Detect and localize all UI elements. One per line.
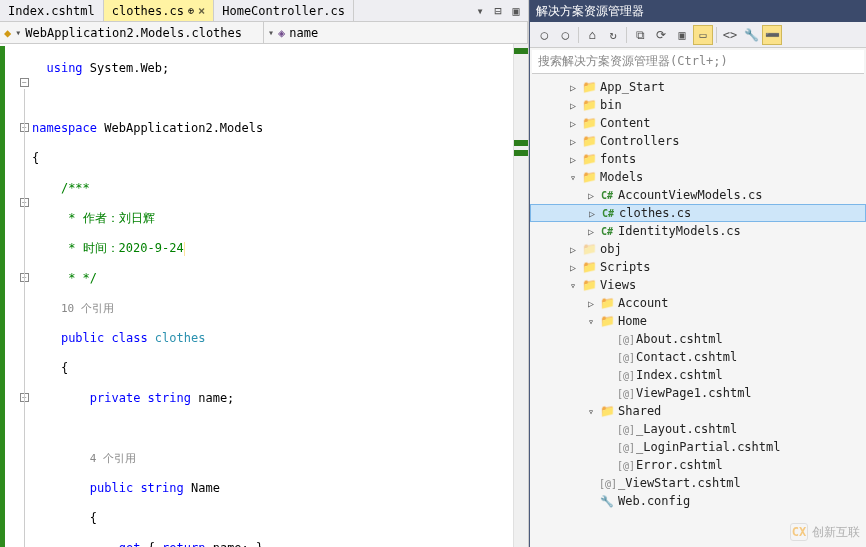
tree-label: Shared — [618, 404, 661, 418]
expand-arrow[interactable]: ▷ — [587, 208, 597, 219]
tree-item[interactable]: ▿📁Views — [530, 276, 866, 294]
tree-label: IdentityModels.cs — [618, 224, 741, 238]
tree-item[interactable]: ▷📁fonts — [530, 150, 866, 168]
folder-icon: 📁 — [599, 314, 615, 328]
forward-icon[interactable]: ◯ — [555, 25, 575, 45]
solution-tree[interactable]: ▷📁App_Start▷📁bin▷📁Content▷📁Controllers▷📁… — [530, 76, 866, 547]
explorer-search[interactable]: 搜索解决方案资源管理器(Ctrl+;) — [532, 50, 864, 74]
expand-arrow[interactable]: ▷ — [568, 118, 578, 129]
refresh-icon[interactable]: ↻ — [603, 25, 623, 45]
nav-member-text: name — [289, 26, 318, 40]
tree-label: Account — [618, 296, 669, 310]
tree-item[interactable]: ▷📁Controllers — [530, 132, 866, 150]
search-placeholder: 搜索解决方案资源管理器(Ctrl+;) — [538, 53, 728, 70]
expand-arrow[interactable]: ▷ — [586, 298, 596, 309]
explorer-title-bar[interactable]: 解决方案资源管理器 — [530, 0, 866, 22]
tree-item[interactable]: [@]Error.cshtml — [530, 456, 866, 474]
expand-arrow[interactable]: ▷ — [568, 244, 578, 255]
tree-item[interactable]: [@]_Layout.cshtml — [530, 420, 866, 438]
expand-arrow[interactable]: ▷ — [568, 100, 578, 111]
file-icon: [@] — [599, 478, 615, 489]
explorer-toolbar: ◯ ◯ ⌂ ↻ ⧉ ⟳ ▣ ▭ <> 🔧 ➖ — [530, 22, 866, 48]
tree-item[interactable]: ▿📁Shared — [530, 402, 866, 420]
folder-icon: 📁 — [599, 296, 615, 310]
nav-member[interactable]: ▾ ◈ name — [264, 22, 528, 43]
chevron-down-icon: ▾ — [268, 27, 274, 38]
tree-item[interactable]: [@]Contact.cshtml — [530, 348, 866, 366]
tree-item[interactable]: [@]About.cshtml — [530, 330, 866, 348]
tree-item[interactable]: ▷📁Content — [530, 114, 866, 132]
folder-icon: 📁 — [581, 152, 597, 166]
tree-item[interactable]: ▷📁App_Start — [530, 78, 866, 96]
nav-namespace[interactable]: ◆ ▾ WebApplication2.Models.clothes — [0, 22, 264, 43]
maximize-icon[interactable]: ▣ — [508, 4, 524, 18]
clipboard-icon[interactable]: ⧉ — [630, 25, 650, 45]
change-marker — [0, 46, 5, 547]
expand-arrow[interactable]: ▿ — [568, 172, 578, 183]
file-icon: [@] — [617, 424, 633, 435]
tree-item[interactable]: [@]Index.cshtml — [530, 366, 866, 384]
expand-arrow[interactable]: ▿ — [586, 316, 596, 327]
tree-item[interactable]: ▷C#IdentityModels.cs — [530, 222, 866, 240]
tab-label: HomeController.cs — [222, 4, 345, 18]
overview-ruler[interactable] — [513, 44, 528, 547]
tab-clothes[interactable]: clothes.cs⊕× — [104, 0, 215, 21]
tree-label: _LoginPartial.cshtml — [636, 440, 781, 454]
folder-icon: 📁 — [581, 260, 597, 274]
solution-explorer: 解决方案资源管理器 ◯ ◯ ⌂ ↻ ⧉ ⟳ ▣ ▭ <> 🔧 ➖ 搜索解决方案资… — [529, 0, 866, 547]
expand-arrow[interactable]: ▷ — [568, 136, 578, 147]
file-icon: [@] — [617, 352, 633, 363]
tree-label: ViewPage1.cshtml — [636, 386, 752, 400]
folder-icon: 📁 — [599, 404, 615, 418]
tree-item[interactable]: ▷📁Scripts — [530, 258, 866, 276]
tree-item[interactable]: [@]_LoginPartial.cshtml — [530, 438, 866, 456]
tree-item[interactable]: ▷📁bin — [530, 96, 866, 114]
expand-arrow[interactable]: ▷ — [586, 226, 596, 237]
sync-icon[interactable]: ⟳ — [651, 25, 671, 45]
code-icon[interactable]: <> — [720, 25, 740, 45]
tab-index[interactable]: Index.cshtml — [0, 0, 104, 21]
dropdown-icon[interactable]: ▾ — [472, 4, 488, 18]
nav-namespace-text: WebApplication2.Models.clothes — [25, 26, 242, 40]
code-text[interactable]: using System.Web; namespace WebApplicati… — [32, 44, 513, 547]
close-icon[interactable]: × — [198, 4, 205, 18]
csharp-icon: C# — [599, 190, 615, 201]
chevron-down-icon: ▾ — [15, 27, 21, 38]
marker — [514, 150, 528, 156]
back-icon[interactable]: ◯ — [534, 25, 554, 45]
field-icon: ◈ — [278, 26, 285, 40]
split-icon[interactable]: ⊟ — [490, 4, 506, 18]
tree-item[interactable]: ▿📁Models — [530, 168, 866, 186]
tree-label: Contact.cshtml — [636, 350, 737, 364]
expand-arrow[interactable]: ▿ — [586, 406, 596, 417]
wrench-icon[interactable]: 🔧 — [741, 25, 761, 45]
tree-item[interactable]: [@]ViewPage1.cshtml — [530, 384, 866, 402]
tree-label: clothes.cs — [619, 206, 691, 220]
properties-icon[interactable]: ➖ — [762, 25, 782, 45]
tree-item[interactable]: ▷📁Account — [530, 294, 866, 312]
folder-icon: 📁 — [581, 116, 597, 130]
tree-item[interactable]: [@]_ViewStart.cshtml — [530, 474, 866, 492]
home-icon[interactable]: ⌂ — [582, 25, 602, 45]
tree-item[interactable]: ▷C#clothes.cs — [530, 204, 866, 222]
tab-bar: Index.cshtml clothes.cs⊕× HomeController… — [0, 0, 528, 22]
expand-arrow[interactable]: ▿ — [568, 280, 578, 291]
tree-item[interactable]: 🔧Web.config — [530, 492, 866, 510]
config-icon: 🔧 — [599, 495, 615, 508]
tree-item[interactable]: ▷📁obj — [530, 240, 866, 258]
pin-icon[interactable]: ⊕ — [188, 5, 194, 16]
code-area[interactable]: − − − − − using System.Web; namespace We… — [0, 44, 528, 547]
tree-item[interactable]: ▿📁Home — [530, 312, 866, 330]
fold-toggle[interactable]: − — [20, 78, 29, 87]
expand-arrow[interactable]: ▷ — [586, 190, 596, 201]
show-all-icon[interactable]: ▣ — [672, 25, 692, 45]
folder-icon: 📁 — [581, 98, 597, 112]
preview-icon[interactable]: ▭ — [693, 25, 713, 45]
expand-arrow[interactable]: ▷ — [568, 154, 578, 165]
expand-arrow[interactable]: ▷ — [568, 82, 578, 93]
tree-label: Web.config — [618, 494, 690, 508]
expand-arrow[interactable]: ▷ — [568, 262, 578, 273]
folder-icon: 📁 — [581, 170, 597, 184]
tree-item[interactable]: ▷C#AccountViewModels.cs — [530, 186, 866, 204]
tab-homecontroller[interactable]: HomeController.cs — [214, 0, 354, 21]
